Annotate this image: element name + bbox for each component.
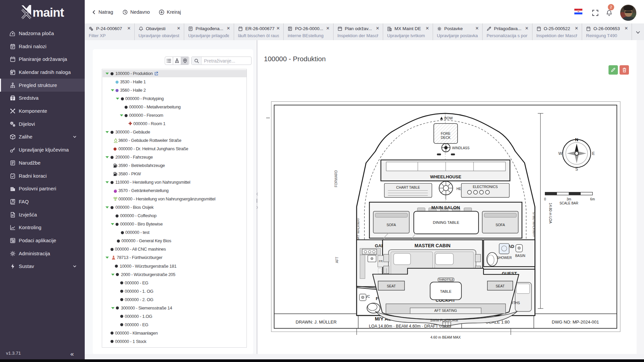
svg-text:FORE: FORE	[441, 131, 450, 135]
svg-text:SWIM PLATFORM: SWIM PLATFORM	[430, 319, 458, 322]
svg-text:SOFA: SOFA	[496, 223, 505, 227]
svg-text:E: E	[592, 151, 595, 156]
svg-text:STBD WALKWAY: STBD WALKWAY	[532, 212, 536, 237]
svg-text:BASIN: BASIN	[515, 254, 525, 258]
svg-text:THROTTLE: THROTTLE	[438, 278, 453, 281]
svg-text:TABLE: TABLE	[440, 289, 451, 293]
svg-text:DINING TABLE: DINING TABLE	[433, 220, 459, 224]
svg-text:WHEELHOUSE: WHEELHOUSE	[430, 174, 461, 179]
svg-text:SHOWER: SHOWER	[497, 256, 512, 260]
svg-text:DWG NO: MP-2024-001: DWG NO: MP-2024-001	[552, 320, 599, 325]
svg-text:S: S	[575, 167, 578, 172]
svg-text:MASTER CABIN: MASTER CABIN	[415, 243, 450, 248]
svg-text:WINDLASS: WINDLASS	[452, 146, 470, 150]
svg-text:MAIN SALON: MAIN SALON	[431, 205, 460, 210]
svg-text:SEAT: SEAT	[496, 284, 505, 288]
svg-text:6m: 6m	[590, 197, 595, 201]
svg-text:W: W	[558, 151, 562, 156]
svg-text:3m: 3m	[567, 197, 571, 201]
svg-text:BOW: BOW	[444, 116, 453, 120]
svg-text:SOFA: SOFA	[386, 223, 396, 227]
svg-text:PORT WALKWAY: PORT WALKWAY	[356, 217, 360, 243]
svg-text:AFT SEATING: AFT SEATING	[434, 308, 457, 312]
svg-text:SCALE BAR: SCALE BAR	[560, 201, 578, 205]
svg-text:AFT: AFT	[336, 257, 339, 263]
svg-text:14.80 m LOA: 14.80 m LOA	[549, 203, 553, 223]
svg-text:DECK: DECK	[441, 135, 450, 140]
svg-text:FORWARD: FORWARD	[334, 170, 338, 187]
svg-text:DRAWN: J. MÜLLER: DRAWN: J. MÜLLER	[296, 320, 337, 325]
svg-text:N: N	[575, 137, 578, 142]
svg-text:CHART TABLE: CHART TABLE	[396, 185, 420, 189]
svg-text:0: 0	[544, 197, 546, 201]
svg-text:ELECTRONICS: ELECTRONICS	[473, 185, 498, 189]
svg-text:SEAT: SEAT	[387, 284, 396, 288]
svg-text:maint: maint	[32, 6, 64, 19]
svg-text:4.60 m BEAM MAX: 4.60 m BEAM MAX	[430, 335, 460, 339]
svg-text:FR: FR	[379, 260, 383, 263]
